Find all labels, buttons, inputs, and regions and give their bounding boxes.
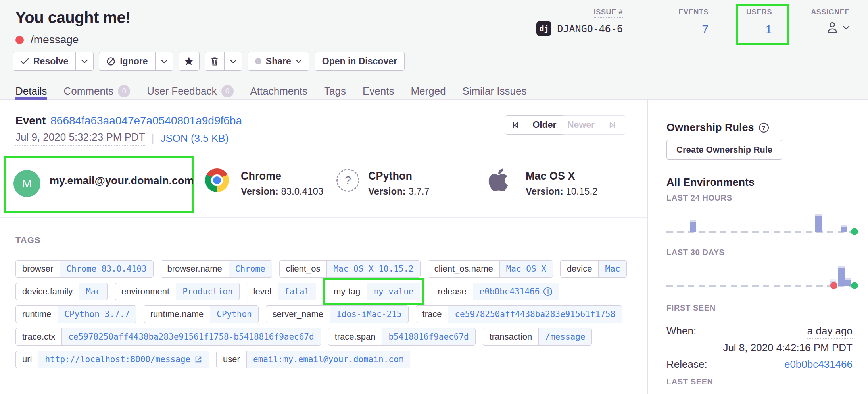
- tab-merged[interactable]: Merged: [411, 82, 446, 100]
- newer-event-button[interactable]: Newer: [563, 115, 599, 135]
- tag-value[interactable]: b5418816f9aec67d: [388, 332, 469, 342]
- help-icon[interactable]: ?: [759, 123, 769, 133]
- bookmark-button[interactable]: ★: [179, 52, 200, 71]
- delete-dropdown-button[interactable]: [224, 52, 242, 70]
- tag-value[interactable]: fatal: [284, 287, 309, 296]
- when-absolute: Jul 8, 2020 4:42:16 PM PDT: [666, 342, 853, 354]
- annotation-box-users: [736, 4, 789, 45]
- external-link-icon[interactable]: [194, 355, 202, 363]
- tag-key: transaction: [483, 328, 539, 345]
- tag-value[interactable]: my value: [373, 287, 413, 296]
- tag-value-cell[interactable]: Mac OS X 10.15.2: [326, 261, 420, 277]
- tag-value-cell[interactable]: ce5978250aff4438ba283e91561f1758: [448, 306, 622, 323]
- tag-value-cell[interactable]: e0b0bc431466i: [473, 283, 559, 300]
- event-id-link[interactable]: 86684fa63aa047e7a0540801a9d9f6ba: [50, 114, 242, 127]
- tag-value[interactable]: Chrome: [235, 264, 265, 274]
- tag-value[interactable]: Mac OS X: [506, 264, 546, 274]
- tag-value[interactable]: CPython: [217, 309, 252, 319]
- assignee-dropdown[interactable]: [793, 20, 850, 35]
- release-info-icon[interactable]: i: [543, 287, 552, 296]
- tab-user-feedback[interactable]: User Feedback0: [147, 82, 233, 100]
- tag-value-cell[interactable]: /message: [538, 328, 591, 345]
- last-30-days-chart[interactable]: [666, 259, 853, 290]
- tab-similar-issues[interactable]: Similar Issues: [463, 82, 527, 100]
- tag-value[interactable]: CPython 3.7.7: [64, 309, 129, 319]
- share-button[interactable]: Share: [248, 52, 309, 71]
- delete-button[interactable]: [205, 52, 224, 70]
- tab-comments[interactable]: Comments0: [63, 82, 130, 100]
- tab-details[interactable]: Details: [15, 82, 47, 100]
- latest-dot: [851, 282, 858, 289]
- tag-value-cell[interactable]: CPython 3.7.7: [58, 306, 136, 323]
- resolve-button[interactable]: Resolve: [13, 52, 75, 70]
- tag-value[interactable]: ce5978250aff4438ba283e91561f1758: [455, 309, 615, 319]
- tag-value-cell[interactable]: http://localhost:8000/message: [38, 351, 209, 368]
- event-label: Event: [15, 114, 46, 127]
- runtime-name: CPython: [368, 170, 412, 182]
- tag-value-cell[interactable]: my value: [367, 283, 420, 300]
- issue-id[interactable]: DJANGO-46-6: [557, 23, 623, 35]
- tag-key: runtime: [16, 306, 58, 323]
- chart-bar-cap: [830, 279, 836, 281]
- chart-bar: [690, 222, 696, 232]
- tag-value[interactable]: email:my.email@your.domain.com: [253, 355, 403, 364]
- ignore-button[interactable]: Ignore: [99, 52, 155, 70]
- last-seen-label: LAST SEEN: [666, 377, 713, 386]
- tag-value[interactable]: Mac OS X 10.15.2: [333, 264, 413, 274]
- chevron-down-icon: [296, 59, 302, 63]
- tag-key: my-tag: [327, 283, 367, 300]
- event-date[interactable]: Jul 9, 2020 5:32:23 PM PDT: [15, 131, 145, 146]
- tag-value[interactable]: Production: [182, 287, 232, 296]
- events-count[interactable]: 7: [659, 23, 709, 36]
- tag-value-cell[interactable]: Production: [176, 283, 239, 300]
- tag-value[interactable]: e0b0bc431466: [480, 287, 540, 296]
- all-environments-title: All Environments: [666, 176, 755, 189]
- tag-value-cell[interactable]: Idos-iMac-215: [330, 306, 408, 323]
- tag-key: level: [247, 283, 278, 300]
- annotation-box-tag: my-tagmy value: [323, 278, 424, 305]
- action-toolbar: Resolve Ignore ★ Share: [13, 52, 405, 71]
- tab-label: Details: [15, 85, 47, 97]
- tag-value[interactable]: Idos-iMac-215: [336, 309, 401, 319]
- event-json-link[interactable]: JSON (3.5 KB): [160, 132, 229, 145]
- tag-value[interactable]: ce5978250aff4438ba283e91561f1758-b541881…: [68, 332, 314, 342]
- open-in-discover-button[interactable]: Open in Discover: [315, 52, 405, 71]
- tag-value-cell[interactable]: fatal: [278, 283, 316, 300]
- tag-value-cell[interactable]: email:my.email@your.domain.com: [246, 351, 410, 368]
- resolve-dropdown-button[interactable]: [75, 52, 93, 70]
- chart-bar: [841, 227, 847, 232]
- tag-value[interactable]: Mac: [86, 287, 101, 296]
- last-24-hours-chart[interactable]: [666, 205, 853, 236]
- chrome-icon: [205, 168, 229, 192]
- tab-events[interactable]: Events: [363, 82, 394, 100]
- tag-value-cell[interactable]: CPython: [210, 306, 258, 323]
- tag-value-cell[interactable]: Chrome 83.0.4103: [60, 261, 153, 277]
- older-event-button[interactable]: Older: [526, 115, 563, 135]
- share-status-dot: [255, 58, 261, 64]
- tag-value-cell[interactable]: Mac: [79, 283, 107, 300]
- tag-value[interactable]: Mac: [605, 264, 620, 274]
- tag-pill-environment: environmentProduction: [115, 283, 240, 300]
- tab-tags[interactable]: Tags: [324, 82, 346, 100]
- newest-event-button[interactable]: [599, 115, 625, 135]
- tag-pill-server_name: server_nameIdos-iMac-215: [266, 305, 409, 323]
- tag-value-cell[interactable]: ce5978250aff4438ba283e91561f1758-b541881…: [61, 328, 321, 345]
- tag-value[interactable]: http://localhost:8000/message: [45, 355, 190, 364]
- tag-value[interactable]: /message: [545, 332, 585, 342]
- tag-value-cell[interactable]: b5418816f9aec67d: [382, 328, 475, 345]
- tag-key: client_os.name: [428, 261, 499, 277]
- tag-value-cell[interactable]: Mac: [598, 261, 626, 277]
- oldest-event-button[interactable]: [505, 115, 526, 135]
- tag-value[interactable]: Chrome 83.0.4103: [66, 264, 146, 274]
- tag-key: trace: [416, 306, 448, 323]
- ignore-button-group: Ignore: [99, 52, 173, 71]
- release-link[interactable]: e0b0bc431466: [784, 358, 853, 371]
- when-relative[interactable]: a day ago: [807, 325, 853, 339]
- tag-value-cell[interactable]: Mac OS X: [499, 261, 553, 277]
- create-ownership-rule-button[interactable]: Create Ownership Rule: [666, 140, 782, 160]
- tab-attachments[interactable]: Attachments: [250, 82, 308, 100]
- tag-value-cell[interactable]: Chrome: [229, 261, 272, 277]
- ignore-dropdown-button[interactable]: [155, 52, 173, 70]
- tags-section-label: TAGS: [15, 235, 40, 245]
- tags-list: browserChrome 83.0.4103browser.nameChrom…: [15, 260, 640, 373]
